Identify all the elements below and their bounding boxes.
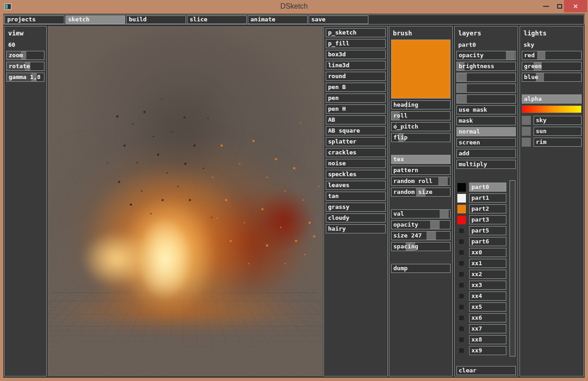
layer-button-xx4[interactable]: xx4 <box>469 292 506 301</box>
tool-button-cloudy[interactable]: cloudy <box>326 213 386 223</box>
layer-swatch[interactable] <box>457 216 466 224</box>
red-slider[interactable]: red <box>522 51 582 60</box>
tab-animate[interactable]: animate <box>248 15 308 24</box>
pattern-button[interactable]: pattern <box>391 166 451 175</box>
canvas-painting[interactable] <box>48 26 323 376</box>
blend-multiply-button[interactable]: multiply <box>456 160 516 169</box>
sky-light-button[interactable]: sky <box>534 116 582 125</box>
layer-button-part5[interactable]: part5 <box>469 226 506 235</box>
tool-button-round[interactable]: round <box>326 72 386 81</box>
sky-light-swatch[interactable] <box>522 116 531 125</box>
layer-button-xx7[interactable]: xx7 <box>469 324 506 333</box>
rim-light-swatch[interactable] <box>522 138 531 147</box>
layer-button-xx1[interactable]: xx1 <box>469 259 506 268</box>
tool-button-tan[interactable]: tan <box>326 192 386 201</box>
layer-swatch[interactable] <box>457 238 466 246</box>
blue-slider[interactable]: blue <box>522 73 582 82</box>
alpha-gradient[interactable] <box>522 105 582 113</box>
blend-screen-button[interactable]: screen <box>456 138 516 147</box>
layer-swatch[interactable] <box>457 205 466 213</box>
layer-swatch[interactable] <box>457 281 466 290</box>
tab-build[interactable]: build <box>126 15 186 24</box>
minimize-button[interactable] <box>538 0 554 12</box>
tool-button-box3d[interactable]: box3d <box>326 50 386 59</box>
random-roll-slider[interactable]: random roll <box>391 177 451 186</box>
layer-button-xx0[interactable]: xx0 <box>469 248 506 257</box>
layer-swatch[interactable] <box>457 227 466 235</box>
green-slider[interactable]: green <box>522 62 582 71</box>
layer-button-xx3[interactable]: xx3 <box>469 281 506 290</box>
layer-slider-5[interactable] <box>456 94 516 104</box>
tool-button-hairy[interactable]: hairy <box>326 224 386 233</box>
layer-button-xx6[interactable]: xx6 <box>469 313 506 322</box>
tool-button-p_fill[interactable]: p_fill <box>326 39 386 48</box>
tab-slice[interactable]: slice <box>187 15 247 24</box>
layer-slider-3[interactable] <box>456 73 516 82</box>
layer-swatch[interactable] <box>457 346 466 355</box>
blend-normal-button[interactable]: normal <box>456 127 516 136</box>
layer-button-part3[interactable]: part3 <box>469 215 506 224</box>
tool-button-p_sketch[interactable]: p_sketch <box>326 28 386 37</box>
tool-button-speckles[interactable]: speckles <box>326 170 386 179</box>
tool-button-ab[interactable]: AB <box>326 115 386 124</box>
tool-button-pen-b[interactable]: pen B <box>326 83 386 92</box>
tool-button-line3d[interactable]: line3d <box>326 61 386 70</box>
sun-light-swatch[interactable] <box>522 127 531 136</box>
tool-button-pen-h[interactable]: pen H <box>326 104 386 114</box>
tool-button-noise[interactable]: noise <box>326 159 386 168</box>
layer-button-xx8[interactable]: xx8 <box>469 335 506 344</box>
mask-button[interactable]: mask <box>456 116 516 125</box>
layer-button-xx9[interactable]: xx9 <box>469 346 506 355</box>
heading-slider[interactable]: heading <box>391 100 451 109</box>
brush-color-swatch[interactable] <box>391 40 451 99</box>
layer-swatch[interactable] <box>457 325 466 333</box>
gamma-slider[interactable]: gamma 1,8 <box>6 73 44 82</box>
roll-slider[interactable]: roll <box>391 111 451 120</box>
close-button[interactable]: ✕ <box>564 0 587 12</box>
layer-swatch[interactable] <box>457 248 466 257</box>
layer-brightness-slider[interactable]: brightness <box>456 62 516 71</box>
layer-swatch[interactable] <box>457 303 466 312</box>
layer-swatch[interactable] <box>457 270 466 279</box>
tab-sketch[interactable]: sketch <box>65 15 125 24</box>
tool-button-crackles[interactable]: crackles <box>326 148 386 157</box>
layer-list-scrollbar[interactable] <box>510 180 515 356</box>
layer-button-part2[interactable]: part2 <box>469 204 506 213</box>
layer-button-part1[interactable]: part1 <box>469 193 506 203</box>
dump-button[interactable]: dump <box>391 264 451 273</box>
blend-add-button[interactable]: add <box>456 149 516 158</box>
layer-button-xx5[interactable]: xx5 <box>469 302 506 312</box>
tex-button[interactable]: tex <box>391 155 451 164</box>
tab-projects[interactable]: projects <box>5 15 64 24</box>
spacing-slider[interactable]: spacing <box>391 242 451 251</box>
layer-swatch[interactable] <box>457 183 466 192</box>
random-size-slider[interactable]: random size <box>391 188 451 197</box>
val-slider[interactable]: val <box>391 209 451 218</box>
tool-button-leaves[interactable]: leaves <box>326 181 386 190</box>
layer-slider-4[interactable] <box>456 84 516 93</box>
use-mask-button[interactable]: use mask <box>456 105 516 114</box>
o-pitch-slider[interactable]: o_pitch <box>391 122 451 131</box>
layer-swatch[interactable] <box>457 314 466 322</box>
alpha-button[interactable]: alpha <box>522 94 582 104</box>
tool-button-pen[interactable]: pen <box>326 94 386 103</box>
opacity-slider[interactable]: opacity <box>391 220 451 229</box>
sun-light-button[interactable]: sun <box>534 127 582 136</box>
tool-button-grassy[interactable]: grassy <box>326 203 386 212</box>
tab-save[interactable]: save <box>309 15 368 24</box>
rim-light-button[interactable]: rim <box>534 138 582 147</box>
layer-button-xx2[interactable]: xx2 <box>469 270 506 279</box>
layer-swatch[interactable] <box>457 292 466 301</box>
layer-swatch[interactable] <box>457 259 466 268</box>
layer-opacity-slider[interactable]: opacity <box>456 51 516 60</box>
tool-button-splatter[interactable]: splatter <box>326 137 386 146</box>
flip-slider[interactable]: flip <box>391 133 451 142</box>
rotate-slider[interactable]: rotate <box>6 62 44 71</box>
size-slider[interactable]: size 247 <box>391 231 451 240</box>
zoom-slider[interactable]: zoom <box>6 51 44 60</box>
clear-button[interactable]: clear <box>456 366 516 375</box>
layer-button-part0[interactable]: part0 <box>469 183 506 192</box>
tool-button-ab-square[interactable]: AB square <box>326 126 386 135</box>
layer-swatch[interactable] <box>457 194 466 203</box>
layer-button-part6[interactable]: part6 <box>469 237 506 246</box>
